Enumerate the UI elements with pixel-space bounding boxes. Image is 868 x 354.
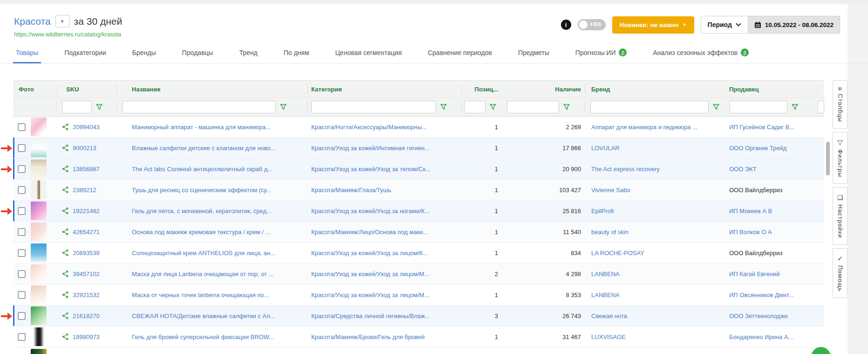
product-photo[interactable] bbox=[31, 180, 47, 199]
filter-funnel-icon[interactable] bbox=[490, 104, 496, 110]
brand-link[interactable]: beauty of skin bbox=[591, 229, 629, 236]
tab-brendy[interactable]: Бренды bbox=[132, 49, 156, 63]
product-name-link[interactable]: Солнцезащитный крем ANTHELIOS для лица, … bbox=[132, 250, 275, 257]
share-icon[interactable] bbox=[62, 144, 68, 152]
product-name-link[interactable]: Маска для лица Lanbena очищающая от пор,… bbox=[132, 271, 274, 278]
filter-funnel-icon[interactable] bbox=[440, 104, 447, 110]
brand-link[interactable]: LA ROCHE-POSAY bbox=[591, 250, 644, 257]
seller-link[interactable]: Бондаренко Ирина А... bbox=[729, 333, 793, 340]
sku-link[interactable]: 20893539 bbox=[73, 250, 100, 257]
row-checkbox[interactable] bbox=[18, 228, 26, 236]
filter-funnel-icon[interactable] bbox=[96, 104, 103, 110]
sku-link[interactable]: 39457102 bbox=[73, 271, 100, 278]
brand-link[interactable]: LANBENA bbox=[591, 271, 620, 278]
category-link[interactable]: Красота/Уход за кожей/Уход за лицом/М... bbox=[311, 271, 430, 278]
share-icon[interactable] bbox=[62, 123, 68, 131]
seller-link[interactable]: ООО Органик Трейд bbox=[729, 145, 786, 152]
sku-link[interactable]: 18980973 bbox=[73, 333, 100, 340]
product-name-link[interactable]: Маска от черных точек lanbena очищающая … bbox=[132, 292, 269, 298]
filter-input-name[interactable] bbox=[122, 101, 276, 113]
novelty-filter-button[interactable]: Новинки: не важно ▼ bbox=[612, 16, 694, 34]
category-link[interactable]: Красота/Уход за кожей/Уход за лицом/К... bbox=[311, 250, 428, 257]
tab-tovary[interactable]: Товары bbox=[16, 49, 38, 63]
catalog-url-link[interactable]: https://www.wildberries.ru/catalog/kraso… bbox=[14, 31, 121, 38]
seller-link[interactable]: ИП Мокеев А В bbox=[729, 208, 772, 215]
category-link[interactable]: Красота/Макияж/Брови/Гель для бровей bbox=[311, 333, 424, 340]
tab-sravnenie-periodov[interactable]: Сравнение периодов bbox=[428, 49, 492, 63]
tab-predmety[interactable]: Предметы bbox=[518, 49, 549, 63]
column-header-brand[interactable]: Бренд bbox=[585, 81, 727, 97]
product-photo[interactable] bbox=[31, 327, 47, 346]
seller-link[interactable]: ООО Зеттекнолоджи bbox=[729, 312, 788, 319]
sku-link[interactable]: 19221462 bbox=[73, 208, 100, 215]
row-checkbox[interactable] bbox=[18, 249, 26, 257]
column-header-photo[interactable]: Фото bbox=[13, 81, 56, 97]
period-button[interactable]: Период bbox=[701, 16, 748, 34]
seller-link[interactable]: ИП Гусейнов Садиг В... bbox=[729, 124, 794, 131]
info-icon[interactable]: i bbox=[561, 20, 571, 30]
seller-link[interactable]: ООО ЭКТ bbox=[729, 166, 757, 173]
column-header-seller[interactable]: Продавец bbox=[727, 81, 818, 97]
sku-link[interactable]: 13856867 bbox=[73, 166, 100, 173]
filter-funnel-icon[interactable] bbox=[280, 104, 287, 110]
tab-trend[interactable]: Тренд bbox=[239, 49, 257, 63]
column-header-stock[interactable]: Наличие bbox=[503, 81, 585, 97]
product-name-link[interactable]: Гель для бровей суперсильной фиксации BR… bbox=[132, 333, 274, 340]
product-name-link[interactable]: Гель для пяток, с мочевиной, кератолитик… bbox=[132, 208, 272, 215]
seller-link[interactable]: ООО Вайлдберриз bbox=[729, 250, 783, 257]
table-scrollbar[interactable] bbox=[825, 80, 831, 347]
product-name-link[interactable]: The Act labs Соляной антицеллюлитный скр… bbox=[132, 166, 273, 173]
product-name-link[interactable]: Маникюрный аппарат - машинка для маникюр… bbox=[132, 124, 271, 131]
filter-input-seller[interactable] bbox=[730, 101, 787, 113]
column-header-sku[interactable]: SKU bbox=[56, 81, 116, 97]
category-link[interactable]: Красота/Средства личной гигиены/Влаж... bbox=[311, 312, 430, 319]
tab-tsenovaya-segmentatsiya[interactable]: Ценовая сегментация bbox=[335, 49, 402, 63]
brand-link[interactable]: EpilProfi bbox=[591, 208, 614, 215]
share-icon[interactable] bbox=[62, 312, 68, 319]
column-header-position[interactable]: Позиц... bbox=[461, 81, 503, 97]
tab-analiz-sezonnyh-effektov[interactable]: Анализ сезонных эффектовβ bbox=[653, 49, 749, 63]
row-checkbox[interactable] bbox=[18, 207, 26, 215]
brand-link[interactable]: LANBENA bbox=[591, 292, 620, 298]
side-tab-settings[interactable]: ❏ Настройки bbox=[833, 187, 847, 245]
filter-input-category[interactable] bbox=[311, 101, 436, 113]
row-checkbox[interactable] bbox=[18, 270, 26, 278]
category-link[interactable]: Красота/Макияж/Лицо/Основа под маки... bbox=[311, 229, 428, 236]
brand-link[interactable]: Аппарат для маникюра и педикюра ... bbox=[591, 124, 697, 131]
share-icon[interactable] bbox=[62, 291, 68, 298]
seller-link[interactable]: ИП Кагай Евгений bbox=[729, 271, 780, 278]
product-photo[interactable] bbox=[31, 349, 47, 354]
seller-link[interactable]: ИП Волков О А bbox=[729, 229, 772, 236]
product-photo[interactable] bbox=[31, 222, 47, 241]
side-tab-filters[interactable]: ▽ Фильтры bbox=[833, 132, 847, 184]
filter-input-brand[interactable] bbox=[590, 101, 709, 113]
filter-funnel-icon[interactable] bbox=[792, 104, 798, 110]
category-link[interactable]: Красота/Макияж/Глаза/Тушь bbox=[311, 187, 391, 194]
scrollbar-thumb[interactable] bbox=[826, 142, 830, 175]
seller-link[interactable]: ООО Вайлдберриз bbox=[729, 187, 783, 194]
share-icon[interactable] bbox=[62, 207, 68, 215]
product-photo[interactable] bbox=[31, 306, 47, 325]
product-name-link[interactable]: Влажные салфетки детские с клапаном для … bbox=[132, 145, 275, 152]
product-photo[interactable] bbox=[31, 118, 47, 136]
fbs-toggle[interactable]: FBS bbox=[578, 19, 606, 30]
sku-link[interactable]: 20994043 bbox=[73, 124, 100, 131]
product-name-link[interactable]: Основа под макияж кремовая текстура / кр… bbox=[132, 229, 270, 236]
product-photo[interactable] bbox=[31, 243, 47, 262]
date-range-button[interactable]: 10.05.2022 - 08.06.2022 bbox=[748, 16, 840, 34]
row-checkbox[interactable] bbox=[18, 186, 26, 194]
filter-input-position[interactable] bbox=[464, 101, 485, 113]
category-link[interactable]: Красота/Уход за кожей/Интимная гигиен... bbox=[311, 145, 430, 152]
product-photo[interactable] bbox=[31, 285, 47, 304]
side-tab-help[interactable]: ✓ Помощь bbox=[833, 248, 847, 298]
category-link[interactable]: Красота/Уход за кожей/Уход за ногами/К..… bbox=[311, 208, 430, 215]
sku-link[interactable]: 9000213 bbox=[73, 145, 96, 152]
row-checkbox[interactable] bbox=[18, 312, 26, 320]
category-link[interactable]: Красота/Уход за кожей/Уход за лицом/М... bbox=[311, 292, 430, 298]
brand-link[interactable]: Свежая нота bbox=[591, 312, 627, 319]
brand-link[interactable]: LOVULAR bbox=[591, 145, 620, 152]
tab-prodavtsy[interactable]: Продавцы bbox=[182, 49, 213, 63]
filter-funnel-icon[interactable] bbox=[563, 104, 570, 110]
sku-link[interactable]: 21618270 bbox=[73, 312, 100, 319]
category-link[interactable]: Красота/Уход за кожей/Уход за телом/Ск..… bbox=[311, 166, 431, 173]
